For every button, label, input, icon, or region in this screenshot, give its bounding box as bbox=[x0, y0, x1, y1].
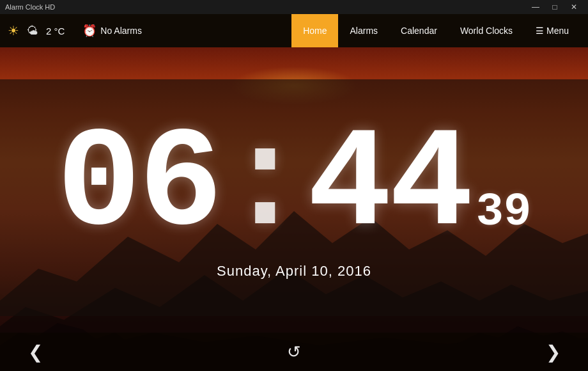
alarm-clock-icon: ⏰ bbox=[82, 24, 97, 38]
tab-world-clocks[interactable]: World Clocks bbox=[449, 14, 524, 47]
clock-minutes: 44 bbox=[307, 116, 471, 257]
tab-home[interactable]: Home bbox=[291, 14, 338, 47]
sun-icon: ☀ bbox=[8, 23, 19, 38]
clock-display: 06 : 44 39 bbox=[57, 116, 532, 257]
clock-hours: 06 bbox=[57, 116, 220, 257]
minimize-button[interactable]: — bbox=[527, 1, 545, 13]
partly-cloudy-icon: 🌤 bbox=[27, 24, 38, 38]
maximize-button[interactable]: □ bbox=[546, 1, 564, 13]
menu-button[interactable]: ☰ Menu bbox=[524, 14, 580, 47]
reset-button[interactable]: ↺ bbox=[287, 342, 301, 362]
alarm-status: No Alarms bbox=[100, 26, 142, 36]
background-scene: 06 : 44 39 Sunday, April 10, 2016 ❮ ↺ ❯ bbox=[0, 47, 588, 371]
next-button[interactable]: ❯ bbox=[537, 336, 569, 368]
digital-time: 06 : 44 bbox=[57, 116, 471, 257]
nav-right: Home Alarms Calendar World Clocks ☰ Menu bbox=[291, 14, 580, 47]
alarm-section: ⏰ No Alarms bbox=[82, 24, 142, 38]
clock-seconds: 39 bbox=[476, 186, 531, 239]
temperature-display: 2 °C bbox=[46, 26, 65, 36]
nav-bar: ☀ 🌤 2 °C ⏰ No Alarms Home Alarms Calenda… bbox=[0, 14, 588, 47]
bottom-controls: ❮ ↺ ❯ bbox=[0, 333, 588, 371]
tab-alarms[interactable]: Alarms bbox=[338, 14, 389, 47]
clock-panel: 06 : 44 39 Sunday, April 10, 2016 bbox=[0, 79, 588, 316]
previous-button[interactable]: ❮ bbox=[19, 336, 51, 368]
nav-left: ☀ 🌤 2 °C ⏰ No Alarms bbox=[8, 23, 291, 38]
close-button[interactable]: ✕ bbox=[565, 1, 583, 13]
app-title: Alarm Clock HD bbox=[5, 3, 55, 11]
window-controls: — □ ✕ bbox=[527, 1, 583, 13]
clock-colon: : bbox=[223, 116, 305, 257]
tab-calendar[interactable]: Calendar bbox=[389, 14, 449, 47]
title-bar: Alarm Clock HD — □ ✕ bbox=[0, 0, 588, 14]
